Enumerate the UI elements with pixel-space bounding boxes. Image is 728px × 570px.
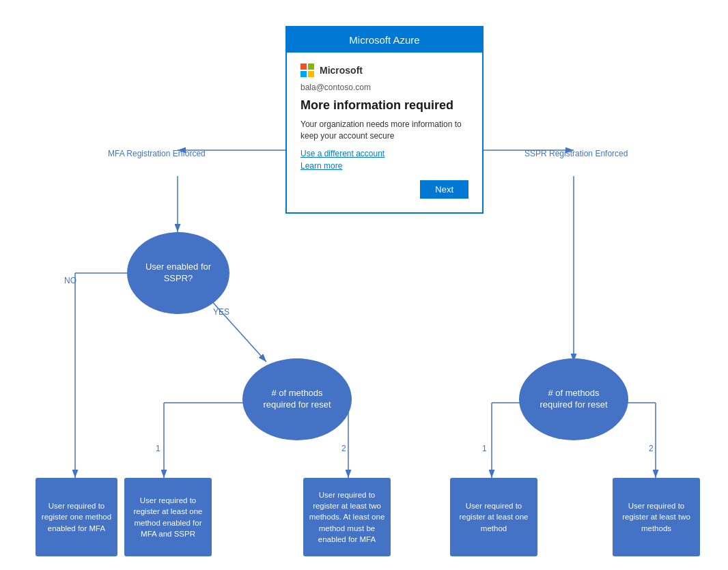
next-button[interactable]: Next bbox=[420, 180, 468, 199]
result-sspr-one-method: User required to register at least one m… bbox=[450, 478, 537, 556]
label-1-right: 1 bbox=[482, 444, 487, 453]
yes-label: YES bbox=[213, 307, 229, 317]
diagram-container: Microsoft Azure Microsoft bala@contoso.c… bbox=[0, 0, 728, 570]
result-sspr-two-methods: User required to register at least two m… bbox=[613, 478, 700, 556]
user-email: bala@contoso.com bbox=[300, 83, 468, 92]
ms-logo-blue bbox=[300, 71, 307, 77]
different-account-link[interactable]: Use a different account bbox=[300, 149, 468, 158]
methods-right-ellipse: # of methodsrequired for reset bbox=[519, 358, 628, 440]
methods-left-text: # of methodsrequired for reset bbox=[264, 388, 331, 411]
result-sspr-one-method-text: User required to register at least one m… bbox=[456, 500, 532, 533]
label-2-right: 2 bbox=[649, 444, 654, 453]
azure-dialog: Microsoft Azure Microsoft bala@contoso.c… bbox=[285, 26, 484, 214]
learn-more-link[interactable]: Learn more bbox=[300, 161, 468, 171]
ms-logo-grid bbox=[300, 63, 314, 77]
mfa-enforced-label: MFA Registration Enforced bbox=[108, 149, 206, 158]
ms-logo-yellow bbox=[308, 71, 314, 77]
svg-line-7 bbox=[205, 294, 266, 362]
microsoft-logo: Microsoft bbox=[300, 63, 468, 77]
dialog-header-title: Microsoft Azure bbox=[349, 34, 419, 46]
ms-logo-green bbox=[308, 63, 314, 70]
dialog-body: Microsoft bala@contoso.com More informat… bbox=[287, 53, 482, 212]
dialog-title: More information required bbox=[300, 98, 468, 113]
no-label: NO bbox=[64, 276, 76, 285]
sspr-question-ellipse: User enabled forSSPR? bbox=[127, 232, 229, 314]
dialog-description: Your organization needs more information… bbox=[300, 119, 468, 142]
dialog-header: Microsoft Azure bbox=[287, 27, 482, 53]
methods-left-ellipse: # of methodsrequired for reset bbox=[242, 358, 352, 440]
result-mfa-one-method-text: User required to register one method ena… bbox=[41, 500, 112, 533]
result-mfa-two-methods-text: User required to register at least two m… bbox=[309, 489, 385, 544]
result-mfa-sspr-one-method-text: User required to register at least one m… bbox=[130, 495, 206, 539]
result-mfa-sspr-one-method: User required to register at least one m… bbox=[124, 478, 212, 556]
dialog-footer: Next bbox=[300, 180, 468, 199]
label-1-left: 1 bbox=[156, 444, 160, 453]
result-sspr-two-methods-text: User required to register at least two m… bbox=[618, 500, 695, 533]
result-mfa-two-methods: User required to register at least two m… bbox=[303, 478, 391, 556]
sspr-question-text: User enabled forSSPR? bbox=[145, 261, 211, 285]
ms-logo-red bbox=[300, 63, 307, 70]
company-name: Microsoft bbox=[320, 65, 363, 76]
methods-right-text: # of methodsrequired for reset bbox=[540, 388, 608, 411]
label-2-left: 2 bbox=[341, 444, 346, 453]
sspr-enforced-label: SSPR Registration Enforced bbox=[524, 149, 628, 158]
result-mfa-one-method: User required to register one method ena… bbox=[36, 478, 117, 556]
